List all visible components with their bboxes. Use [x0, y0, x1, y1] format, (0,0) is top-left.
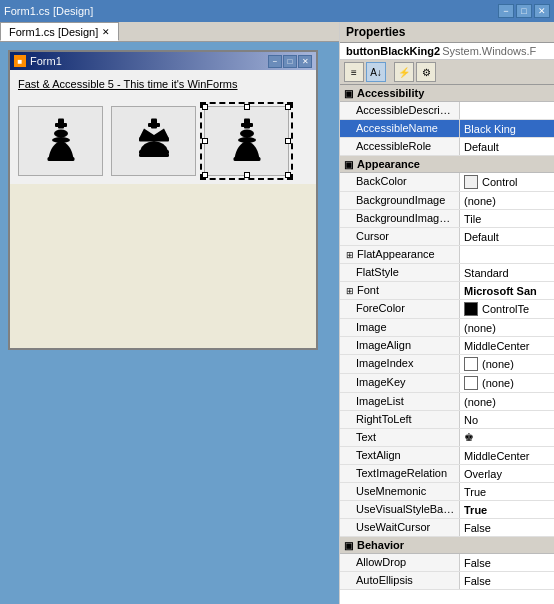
prop-value-accessibledescription[interactable] [460, 102, 554, 119]
alphabetical-button[interactable]: A↓ [366, 62, 386, 82]
color-swatch-icon [464, 357, 478, 371]
prop-value-accessiblename[interactable]: Black King [460, 120, 554, 137]
handle-mr[interactable] [285, 138, 291, 144]
prop-row[interactable]: AccessibleRoleDefault [340, 138, 554, 156]
prop-value-backgroundimage[interactable]: (none) [460, 192, 554, 209]
prop-value-text[interactable]: ♚ [460, 429, 554, 446]
handle-bm[interactable] [244, 172, 250, 178]
prop-row[interactable]: ImageList(none) [340, 393, 554, 411]
object-selector[interactable]: buttonBlackKing2 System.Windows.F [340, 43, 554, 60]
button-black-king-2[interactable] [111, 106, 196, 176]
button-black-king-1[interactable] [18, 106, 103, 176]
section-expand-icon: ▣ [344, 159, 353, 170]
prop-value-backgroundimagelay[interactable]: Tile [460, 210, 554, 227]
prop-row[interactable]: AutoEllipsisFalse [340, 572, 554, 590]
section-header-accessibility[interactable]: ▣Accessibility [340, 85, 554, 102]
color-swatch-icon [464, 376, 478, 390]
svg-rect-11 [241, 123, 253, 127]
prop-row[interactable]: Text♚ [340, 429, 554, 447]
handle-ml[interactable] [202, 138, 208, 144]
prop-row[interactable]: BackgroundImageLayTile [340, 210, 554, 228]
prop-value-allowdrop[interactable]: False [460, 554, 554, 571]
prop-row[interactable]: BackgroundImage(none) [340, 192, 554, 210]
prop-name-allowdrop: AllowDrop [340, 554, 460, 571]
prop-value-image[interactable]: (none) [460, 319, 554, 336]
section-expand-icon: ▣ [344, 88, 353, 99]
prop-row[interactable]: BackColorControl [340, 173, 554, 192]
prop-value-textimagerelation[interactable]: Overlay [460, 465, 554, 482]
button-black-king-3[interactable] [204, 106, 289, 176]
prop-value-backcolor[interactable]: Control [460, 173, 554, 191]
prop-row[interactable]: UseWaitCursorFalse [340, 519, 554, 537]
prop-value-usewaitcursor[interactable]: False [460, 519, 554, 536]
prop-name-forecolor: ForeColor [340, 300, 460, 318]
form-close-button[interactable]: ✕ [298, 55, 312, 68]
prop-value-usemnemonic[interactable]: True [460, 483, 554, 500]
close-button[interactable]: ✕ [534, 4, 550, 18]
categorized-button[interactable]: ≡ [344, 62, 364, 82]
prop-value-righttoleft[interactable]: No [460, 411, 554, 428]
section-label: Accessibility [357, 87, 424, 99]
svg-point-14 [238, 137, 256, 143]
handle-tm[interactable] [244, 104, 250, 110]
prop-value-imagelist[interactable]: (none) [460, 393, 554, 410]
prop-value-imagekey[interactable]: (none) [460, 374, 554, 392]
prop-value-text: Black King [464, 123, 516, 135]
king-icon-2 [129, 116, 179, 166]
prop-row[interactable]: ⊞FontMicrosoft San [340, 282, 554, 300]
maximize-button[interactable]: □ [516, 4, 532, 18]
prop-row[interactable]: AllowDropFalse [340, 554, 554, 572]
handle-tr[interactable] [285, 104, 291, 110]
prop-value-text: Default [464, 141, 499, 153]
prop-row[interactable]: ForeColorControlTe [340, 300, 554, 319]
prop-value-imageindex[interactable]: (none) [460, 355, 554, 373]
prop-row[interactable]: TextImageRelationOverlay [340, 465, 554, 483]
prop-name-backgroundimagelay: BackgroundImageLay [340, 210, 460, 227]
prop-name-image: Image [340, 319, 460, 336]
prop-row[interactable]: ImageIndex(none) [340, 355, 554, 374]
section-header-behavior[interactable]: ▣Behavior [340, 537, 554, 554]
designer-tab[interactable]: Form1.cs [Design] ✕ [0, 22, 119, 41]
prop-value-imagealign[interactable]: MiddleCenter [460, 337, 554, 354]
prop-value-flatstyle[interactable]: Standard [460, 264, 554, 281]
prop-row[interactable]: ImageAlignMiddleCenter [340, 337, 554, 355]
prop-row[interactable]: FlatStyleStandard [340, 264, 554, 282]
prop-row[interactable]: UseVisualStyleBackCTrue [340, 501, 554, 519]
prop-row[interactable]: AccessibleDescription [340, 102, 554, 120]
prop-row[interactable]: UseMnemonicTrue [340, 483, 554, 501]
form-minimize-button[interactable]: − [268, 55, 282, 68]
minimize-button[interactable]: − [498, 4, 514, 18]
prop-row[interactable]: Image(none) [340, 319, 554, 337]
form-maximize-button[interactable]: □ [283, 55, 297, 68]
prop-row[interactable]: AccessibleNameBlack King [340, 120, 554, 138]
settings-button[interactable]: ⚙ [416, 62, 436, 82]
prop-value-cursor[interactable]: Default [460, 228, 554, 245]
prop-value-usevisualstylebackc[interactable]: True [460, 501, 554, 518]
section-header-appearance[interactable]: ▣Appearance [340, 156, 554, 173]
prop-value-text: Standard [464, 267, 509, 279]
tab-close-icon[interactable]: ✕ [102, 27, 110, 37]
prop-name-backgroundimage: BackgroundImage [340, 192, 460, 209]
prop-name-imageindex: ImageIndex [340, 355, 460, 373]
prop-row[interactable]: ImageKey(none) [340, 374, 554, 393]
prop-value-textalign[interactable]: MiddleCenter [460, 447, 554, 464]
events-button[interactable]: ⚡ [394, 62, 414, 82]
form-content: Fast & Accessible 5 - This time it's Win… [10, 70, 316, 184]
prop-value-accessiblerole[interactable]: Default [460, 138, 554, 155]
handle-bl[interactable] [202, 172, 208, 178]
prop-value-forecolor[interactable]: ControlTe [460, 300, 554, 318]
prop-value-flatappearance[interactable] [460, 246, 554, 263]
prop-value-font[interactable]: Microsoft San [460, 282, 554, 299]
prop-value-text: (none) [464, 195, 496, 207]
handle-tl[interactable] [202, 104, 208, 110]
king-icon-1 [36, 116, 86, 166]
prop-value-autoellipsis[interactable]: False [460, 572, 554, 589]
prop-row[interactable]: TextAlignMiddleCenter [340, 447, 554, 465]
handle-br[interactable] [285, 172, 291, 178]
form-designer[interactable]: ■ Form1 − □ ✕ Fast & Accessible 5 - This… [0, 42, 339, 604]
prop-row[interactable]: ⊞FlatAppearance [340, 246, 554, 264]
prop-row[interactable]: CursorDefault [340, 228, 554, 246]
prop-row[interactable]: RightToLeftNo [340, 411, 554, 429]
color-swatch-icon [464, 175, 478, 189]
form-window: ■ Form1 − □ ✕ Fast & Accessible 5 - This… [8, 50, 318, 350]
